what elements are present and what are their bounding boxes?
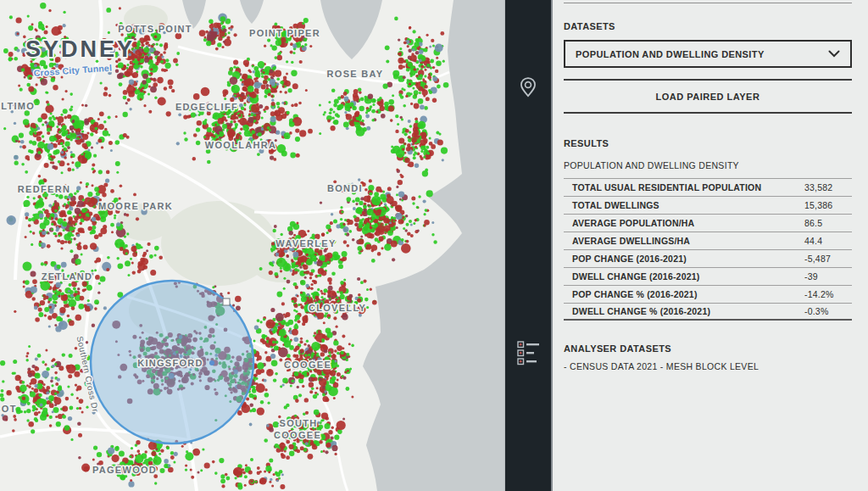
map-label: SOUTH — [280, 418, 318, 428]
map-label: PAGEWOOD — [92, 465, 157, 475]
map-label: ROSE BAY — [327, 69, 384, 79]
panel-top-divider — [564, 3, 852, 3]
map-label: POINT PIPER — [249, 28, 320, 38]
chevron-down-icon — [828, 49, 840, 59]
results-table: TOTAL USUAL RESIDENTIAL POPULATION33,582… — [564, 178, 852, 321]
map-label: MOORE PARK — [98, 201, 173, 211]
result-label: AVERAGE DWELLINGS/HA — [564, 236, 804, 246]
results-subheading: POPULATION AND DWELLING DENSITY — [564, 160, 852, 170]
map-canvas[interactable]: SYDNEYCross City TunnelULTIMOPOTTS POINT… — [0, 0, 504, 491]
result-value: 44.4 — [804, 236, 852, 246]
map-label: CLOVELLY — [309, 303, 366, 313]
map-label: MASCOT — [0, 404, 17, 414]
dataset-select-value: POPULATION AND DWELLING DENSITY — [576, 49, 765, 59]
result-value: -14.2% — [804, 289, 852, 299]
result-value: -0.3% — [804, 306, 852, 316]
result-label: DWELL CHANGE (2016-2021) — [564, 271, 804, 282]
analyser-datasets-heading: ANALYSER DATASETS — [564, 343, 852, 354]
selection-handle[interactable] — [223, 299, 230, 305]
location-pin-icon[interactable] — [513, 73, 543, 103]
results-row: TOTAL USUAL RESIDENTIAL POPULATION33,582 — [564, 178, 852, 196]
results-heading: RESULTS — [564, 138, 852, 148]
map-label: ZETLAND — [42, 271, 92, 282]
map-label: KINGSFORD — [137, 358, 203, 368]
result-label: POP CHANGE (2016-2021) — [564, 254, 804, 264]
map-label: COOGEE — [274, 430, 321, 440]
results-row: AVERAGE POPULATION/HA86.5 — [564, 214, 852, 232]
analyser-dataset-item: - CENSUS DATA 2021 - MESH BLOCK LEVEL — [564, 361, 852, 371]
map-label: WAVERLEY — [275, 238, 336, 248]
map-label: POTTS POINT — [118, 24, 192, 34]
result-label: TOTAL DWELLINGS — [564, 200, 804, 210]
results-row: TOTAL DWELLINGS15,386 — [564, 196, 852, 214]
results-row: POP CHANGE (2016-2021)-5,487 — [564, 249, 852, 267]
result-value: -39 — [804, 271, 852, 282]
map-toolbar — [504, 0, 553, 491]
result-label: DWELL CHANGE % (2016-2021) — [564, 306, 804, 316]
map-svg[interactable]: SYDNEYCross City TunnelULTIMOPOTTS POINT… — [0, 0, 504, 491]
result-value: 33,582 — [804, 182, 852, 192]
divider — [564, 112, 852, 114]
dataset-select[interactable]: POPULATION AND DWELLING DENSITY — [564, 40, 852, 68]
result-label: AVERAGE POPULATION/HA — [564, 218, 804, 228]
marker-dot — [209, 360, 214, 365]
map-label: REDFERN — [18, 184, 70, 194]
results-row: AVERAGE DWELLINGS/HA44.4 — [564, 232, 852, 249]
result-value: 15,386 — [804, 200, 852, 210]
results-row: DWELL CHANGE (2016-2021)-39 — [564, 267, 852, 285]
app-window: SYDNEYCross City TunnelULTIMOPOTTS POINT… — [0, 0, 868, 491]
load-paired-layer-button[interactable]: LOAD PAIRED LAYER — [564, 81, 852, 112]
map-label: COOGEE — [284, 360, 331, 370]
results-row: DWELL CHANGE % (2016-2021)-0.3% — [564, 303, 852, 321]
map-label: EDGECLIFF — [175, 102, 238, 112]
result-label: TOTAL USUAL RESIDENTIAL POPULATION — [564, 182, 804, 192]
map-label: WOOLLAHRA — [205, 140, 276, 150]
legend-icon[interactable] — [513, 338, 543, 368]
result-value: 86.5 — [804, 218, 852, 228]
results-row: POP CHANGE % (2016-2021)-14.2% — [564, 285, 852, 303]
result-value: -5,487 — [804, 254, 852, 264]
map-label: ULTIMO — [0, 101, 35, 111]
datasets-heading: DATASETS — [564, 21, 852, 31]
map-label: SYDNEY — [25, 36, 135, 62]
result-label: POP CHANGE % (2016-2021) — [564, 289, 804, 299]
map-label: BONDI — [327, 183, 363, 193]
analysis-panel: DATASETS POPULATION AND DWELLING DENSITY… — [553, 0, 868, 491]
